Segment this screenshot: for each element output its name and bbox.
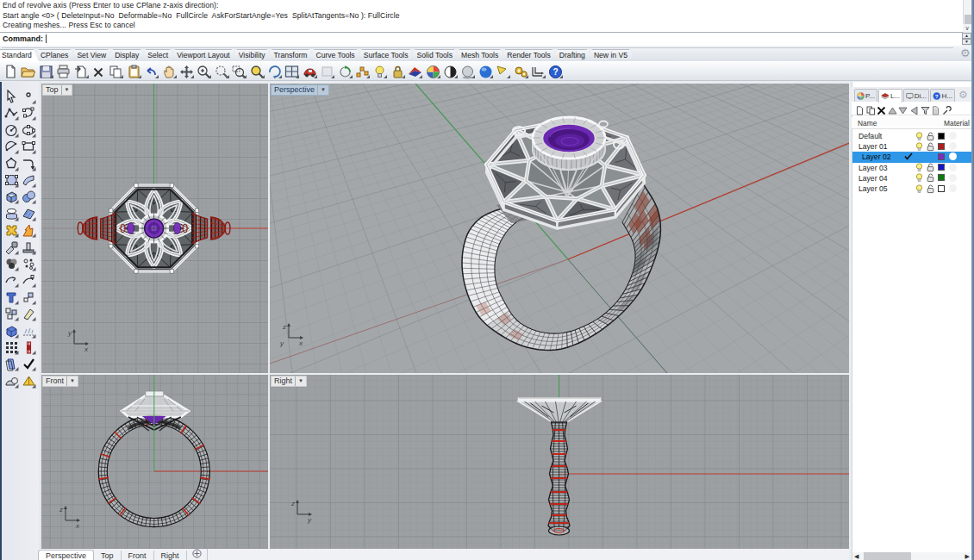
svg-text:x: x bbox=[298, 339, 303, 347]
svg-text:?: ? bbox=[935, 92, 939, 98]
svg-text:z: z bbox=[290, 500, 295, 507]
svg-text:y: y bbox=[67, 329, 72, 337]
svg-text:x: x bbox=[75, 522, 80, 530]
svg-text:y: y bbox=[279, 339, 284, 347]
svg-text:z: z bbox=[59, 506, 63, 513]
svg-text:x: x bbox=[84, 345, 89, 353]
svg-text:y: y bbox=[307, 516, 312, 524]
svg-text:z: z bbox=[282, 323, 286, 331]
svg-text:?: ? bbox=[553, 67, 559, 77]
